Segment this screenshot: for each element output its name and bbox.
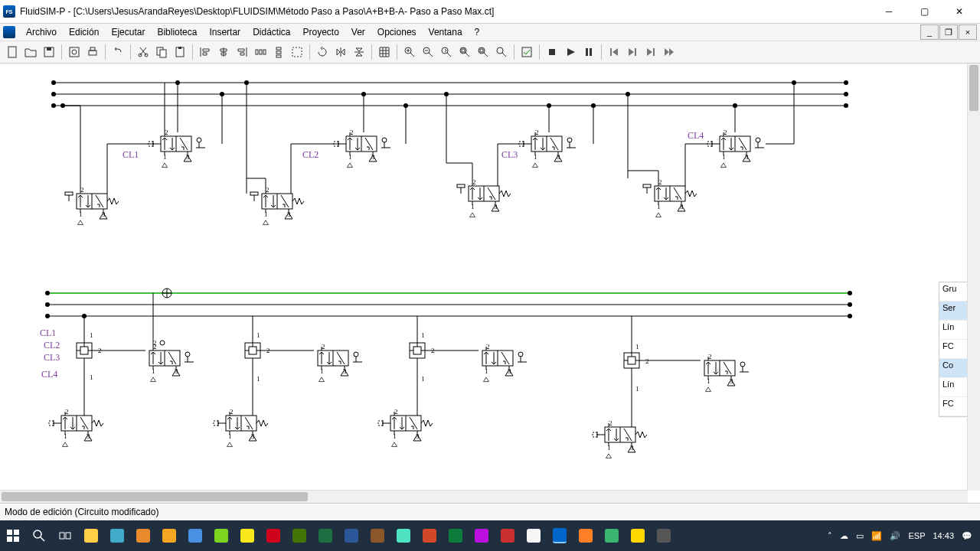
align-left-icon[interactable] xyxy=(197,44,214,60)
tray-volume-icon[interactable]: 🔊 xyxy=(890,531,900,541)
excel-icon[interactable] xyxy=(312,520,338,551)
app-icon-15[interactable] xyxy=(599,520,625,551)
panel-row[interactable]: Lín xyxy=(939,378,967,397)
open-icon[interactable] xyxy=(22,44,39,60)
fluidsim-taskbar-icon[interactable] xyxy=(547,520,573,551)
save-icon[interactable] xyxy=(41,44,57,60)
start-button[interactable] xyxy=(0,520,26,551)
menu-insertar[interactable]: Insertar xyxy=(203,25,247,39)
panel-row[interactable]: Lín xyxy=(939,321,967,340)
panel-row[interactable]: FC xyxy=(939,397,967,416)
circuit-diagram[interactable]: 2 1 3 CL1 xyxy=(0,64,980,503)
app-icon-11[interactable] xyxy=(469,520,495,551)
app-icon-4[interactable] xyxy=(208,520,234,551)
align-center-icon[interactable] xyxy=(215,44,232,60)
panel-row[interactable]: FC xyxy=(939,340,967,359)
panel-row[interactable]: Ser xyxy=(939,302,967,321)
maximize-button[interactable]: ▢ xyxy=(906,0,942,23)
app-icon-16[interactable] xyxy=(625,520,651,551)
app-icon-17[interactable] xyxy=(651,520,677,551)
pause-icon[interactable] xyxy=(580,44,597,60)
dist-h-icon[interactable] xyxy=(252,44,269,60)
menu-proyecto[interactable]: Proyecto xyxy=(296,25,345,39)
skip-end-icon[interactable] xyxy=(642,44,659,60)
preview-icon[interactable] xyxy=(66,44,83,60)
horizontal-scrollbar[interactable] xyxy=(0,490,968,503)
tray-battery-icon[interactable]: ▭ xyxy=(856,531,864,541)
menu-help[interactable]: ? xyxy=(469,25,486,39)
copy-icon[interactable] xyxy=(153,44,170,60)
tray-language[interactable]: ESP xyxy=(908,531,925,540)
menu-ver[interactable]: Ver xyxy=(345,25,371,39)
mail-icon[interactable] xyxy=(104,520,130,551)
app-icon-13[interactable] xyxy=(521,520,547,551)
app-icon-8[interactable] xyxy=(364,520,390,551)
menu-edicion[interactable]: Edición xyxy=(63,25,105,39)
app-icon-7[interactable] xyxy=(286,520,312,551)
vertical-scrollbar[interactable] xyxy=(967,64,980,491)
mdi-close-button[interactable]: × xyxy=(959,24,977,40)
app-icon-5[interactable] xyxy=(234,520,260,551)
minimize-button[interactable]: ─ xyxy=(871,0,906,23)
tray-chevron-icon[interactable]: ˄ xyxy=(828,531,832,541)
paste-icon[interactable] xyxy=(172,44,188,60)
grid-icon[interactable] xyxy=(376,44,393,60)
fast-forward-icon[interactable] xyxy=(661,44,678,60)
explorer-icon[interactable] xyxy=(78,520,104,551)
svg-rect-5 xyxy=(89,51,96,55)
mdi-minimize-button[interactable]: _ xyxy=(920,24,939,40)
tray-clock[interactable]: 14:43 xyxy=(933,531,954,540)
play-icon[interactable] xyxy=(562,44,579,60)
lower-group-4: 1 2 1 xyxy=(593,316,749,458)
undo-icon[interactable] xyxy=(109,44,126,60)
zoom-page-icon[interactable] xyxy=(475,44,492,60)
word-icon[interactable] xyxy=(338,520,364,551)
check-icon[interactable] xyxy=(518,44,535,60)
app-icon-10[interactable] xyxy=(443,520,469,551)
app-icon-9[interactable] xyxy=(390,520,416,551)
system-tray[interactable]: ˄ ☁ ▭ 📶 🔊 ESP 14:43 💬 xyxy=(820,531,980,541)
dist-v-icon[interactable] xyxy=(270,44,287,60)
print-icon[interactable] xyxy=(84,44,101,60)
app-icon-6[interactable] xyxy=(260,520,286,551)
tray-wifi-icon[interactable]: 📶 xyxy=(871,531,882,541)
menu-ejecutar[interactable]: Ejecutar xyxy=(105,25,151,39)
app-icon-2[interactable] xyxy=(156,520,182,551)
menu-biblioteca[interactable]: Biblioteca xyxy=(151,25,203,39)
zoom-out-icon[interactable] xyxy=(420,44,436,60)
app-icon-14[interactable] xyxy=(573,520,599,551)
zoom-select-icon[interactable] xyxy=(493,44,510,60)
app-icon-3[interactable] xyxy=(182,520,208,551)
menu-bar: Archivo Edición Ejecutar Biblioteca Inse… xyxy=(0,24,980,41)
app-icon-12[interactable] xyxy=(495,520,521,551)
search-icon[interactable] xyxy=(26,520,52,551)
new-icon[interactable] xyxy=(4,44,21,60)
tray-notifications-icon[interactable]: 💬 xyxy=(962,531,972,541)
zoom-in-icon[interactable] xyxy=(401,44,418,60)
step-play-icon[interactable] xyxy=(624,44,641,60)
skip-start-icon[interactable] xyxy=(606,44,622,60)
taskview-icon[interactable] xyxy=(52,520,78,551)
side-panel[interactable]: Gru Ser Lín FC Co Lín FC xyxy=(939,282,968,417)
stop-icon[interactable] xyxy=(544,44,560,60)
powerpoint-icon[interactable] xyxy=(416,520,443,551)
mirror-v-icon[interactable] xyxy=(351,44,368,60)
align-right-icon[interactable] xyxy=(234,44,250,60)
menu-didactica[interactable]: Didáctica xyxy=(247,25,296,39)
panel-row[interactable]: Co xyxy=(939,359,967,378)
mdi-restore-button[interactable]: ❐ xyxy=(939,24,958,40)
app-icon-1[interactable] xyxy=(130,520,156,551)
cut-icon[interactable] xyxy=(135,44,152,60)
menu-ventana[interactable]: Ventana xyxy=(423,25,469,39)
close-button[interactable]: ✕ xyxy=(942,0,977,23)
zoom-prev-icon[interactable] xyxy=(438,44,455,60)
tray-cloud-icon[interactable]: ☁ xyxy=(840,531,848,541)
panel-row[interactable]: Gru xyxy=(939,282,967,302)
canvas-area[interactable]: 2 1 3 CL1 xyxy=(0,64,980,503)
group-icon[interactable] xyxy=(289,44,305,60)
zoom-fit-icon[interactable] xyxy=(456,44,473,60)
mirror-h-icon[interactable] xyxy=(332,44,349,60)
menu-archivo[interactable]: Archivo xyxy=(20,25,63,39)
menu-opciones[interactable]: Opciones xyxy=(371,25,423,39)
rotate-icon[interactable] xyxy=(314,44,331,60)
